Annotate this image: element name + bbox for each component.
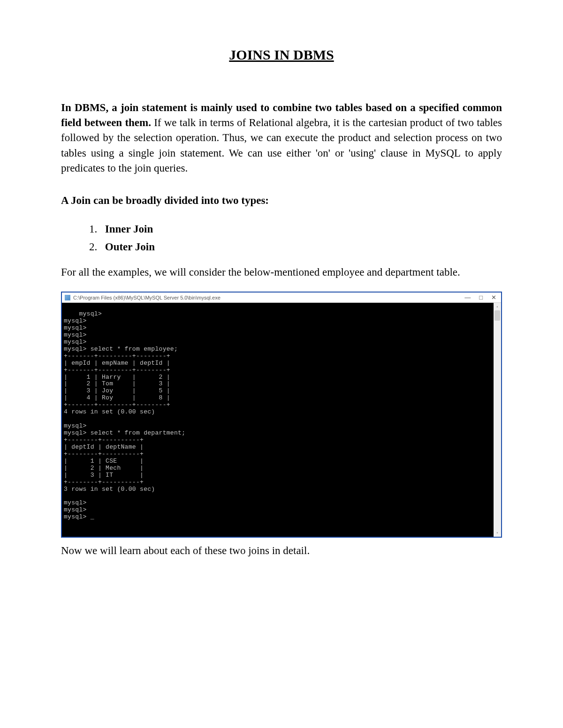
terminal-content: mysql> mysql> mysql> mysql> mysql> mysql…: [64, 310, 185, 520]
terminal-window: C:\Program Files (x86)\MySQL\MySQL Serve…: [61, 292, 502, 538]
minimize-button[interactable]: —: [464, 294, 471, 300]
list-label: Outer Join: [105, 241, 155, 253]
body-paragraph: For all the examples, we will consider t…: [61, 265, 502, 280]
list-number: 1.: [89, 223, 102, 235]
terminal-body: mysql> mysql> mysql> mysql> mysql> mysql…: [62, 303, 501, 537]
list-item: 1. Inner Join: [89, 223, 502, 235]
scroll-down-arrow[interactable]: ▾: [494, 529, 501, 537]
scroll-up-arrow[interactable]: ▴: [494, 303, 501, 310]
close-button[interactable]: ✕: [491, 294, 496, 300]
page-title: JOINS IN DBMS: [61, 47, 502, 63]
terminal-title-text: C:\Program Files (x86)\MySQL\MySQL Serve…: [73, 295, 464, 300]
window-controls: — □ ✕: [464, 294, 498, 300]
intro-paragraph: In DBMS, a join statement is mainly used…: [61, 100, 502, 176]
closing-paragraph: Now we will learn about each of these tw…: [61, 543, 502, 558]
terminal-titlebar: C:\Program Files (x86)\MySQL\MySQL Serve…: [62, 293, 501, 303]
list-item: 2. Outer Join: [89, 241, 502, 253]
scrollbar[interactable]: ▴ ▾: [494, 303, 501, 537]
join-types-list: 1. Inner Join 2. Outer Join: [89, 223, 502, 253]
scroll-track[interactable]: [494, 310, 501, 529]
maximize-button[interactable]: □: [479, 294, 483, 300]
list-number: 2.: [89, 241, 102, 253]
types-subheading: A Join can be broadly divided into two t…: [61, 195, 502, 207]
list-label: Inner Join: [105, 223, 153, 235]
scroll-thumb[interactable]: [495, 310, 500, 321]
terminal-icon: [65, 295, 70, 300]
